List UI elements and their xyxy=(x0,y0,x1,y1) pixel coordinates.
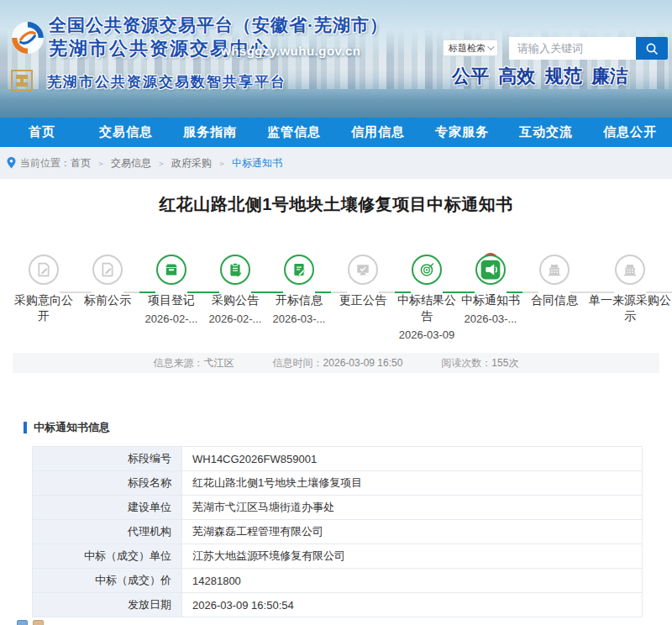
section-accent-bar xyxy=(24,422,27,433)
step-label: 中标通知书 xyxy=(459,292,522,308)
table-row: 中标（成交）价14281800 xyxy=(33,569,643,593)
step-label: 标前公示 xyxy=(76,292,139,308)
nav-item-4[interactable]: 监管信息 xyxy=(252,118,336,147)
step-label: 采购意向公开 xyxy=(12,292,76,324)
table-row: 代理机构芜湖森磊工程管理有限公司 xyxy=(33,520,643,544)
timeline-step-5[interactable]: 开标信息2026-03-... xyxy=(267,255,331,341)
step-label: 开标信息 xyxy=(267,292,331,308)
nav-item-8[interactable]: 信息公开 xyxy=(588,118,672,147)
nav-item-6[interactable]: 专家服务 xyxy=(420,118,504,147)
search-button[interactable] xyxy=(636,37,668,60)
timeline-step-2[interactable]: 标前公示 xyxy=(76,255,139,341)
step-label: 合同信息 xyxy=(522,292,586,308)
timeline-step-8[interactable]: 中标通知书2026-03-... xyxy=(459,255,522,341)
search-icon xyxy=(645,42,659,55)
seal-icon xyxy=(11,70,33,92)
timeline-step-3[interactable]: 项目登记2026-02-... xyxy=(139,255,203,341)
doc-edit-icon[interactable] xyxy=(92,255,123,285)
step-label: 单一来源采购公示 xyxy=(586,292,672,324)
nav-item-5[interactable]: 信用信息 xyxy=(336,118,420,147)
slogan-word: 高效 xyxy=(498,64,535,89)
row-value: 芜湖市弋江区马塘街道办事处 xyxy=(182,496,643,520)
search-input[interactable] xyxy=(509,37,636,60)
shared-platform-title: 芜湖市公共资源交易数智共享平台 xyxy=(47,72,286,92)
row-label: 代理机构 xyxy=(33,520,182,544)
breadcrumb-item-1[interactable]: 首页 xyxy=(71,157,91,169)
row-value: 2026-03-09 16:50:54 xyxy=(182,593,643,617)
step-date: 2026-03-09 xyxy=(395,328,459,341)
breadcrumb-prefix: 当前位置： xyxy=(20,156,71,171)
clipboard-pen-icon[interactable] xyxy=(220,255,250,285)
timeline-step-9[interactable]: 合同信息 xyxy=(522,255,586,341)
timeline-step-1[interactable]: 采购意向公开 xyxy=(12,255,76,341)
site-header-banner: 全国公共资源交易平台（安徽省·芜湖市） 芜湖市公共资源交易中心 whsggzy.… xyxy=(0,0,672,118)
process-timeline: 采购意向公开标前公示项目登记2026-02-...采购公告2026-02-...… xyxy=(0,231,672,341)
breadcrumb-item-3[interactable]: 政府采购 xyxy=(171,157,212,169)
doc-pen-icon[interactable] xyxy=(284,255,314,285)
attachment-tan-icon[interactable] xyxy=(33,620,44,625)
breadcrumb-separator: ＞ xyxy=(218,159,226,168)
timeline-step-10[interactable]: 单一来源采购公示 xyxy=(586,255,672,341)
row-label: 发放日期 xyxy=(33,593,182,617)
site-logo-icon xyxy=(10,20,45,55)
monitor-check-icon[interactable] xyxy=(348,255,378,285)
announce-icon[interactable] xyxy=(475,255,506,285)
breadcrumb: 当前位置： 首页＞交易信息＞政府采购＞中标通知书 xyxy=(0,147,672,179)
step-label: 中标结果公告 xyxy=(395,292,459,324)
building-icon[interactable] xyxy=(539,255,570,285)
nav-item-3[interactable]: 服务指南 xyxy=(168,118,252,147)
nav-item-7[interactable]: 互动交流 xyxy=(504,118,588,147)
table-row: 标段名称红花山路北侧1号地块土壤修复项目 xyxy=(33,471,643,496)
timeline-step-6[interactable]: 更正公告 xyxy=(331,255,395,341)
platform-title: 全国公共资源交易平台（安徽省·芜湖市） xyxy=(49,13,388,37)
slogan-word: 公平 xyxy=(452,64,489,89)
meta-bar: 信息来源：弋江区 信息时间：2026-03-09 16:50 阅读次数：155次 xyxy=(13,353,659,373)
step-date: 2026-03-... xyxy=(267,312,331,325)
row-label: 中标（成交）价 xyxy=(33,569,182,593)
target-icon[interactable] xyxy=(412,255,442,285)
breadcrumb-items: 首页＞交易信息＞政府采购＞中标通知书 xyxy=(71,156,282,171)
table-row: 中标（成交）单位江苏大地益源环境修复有限公司 xyxy=(33,544,643,569)
archive-box-icon[interactable] xyxy=(156,255,186,285)
content-card: 红花山路北侧1号地块土壤修复项目中标通知书 采购意向公开标前公示项目登记2026… xyxy=(0,179,672,625)
nav-item-1[interactable]: 首页 xyxy=(0,118,84,147)
slogan-word: 规范 xyxy=(545,64,582,89)
breadcrumb-item-4[interactable]: 中标通知书 xyxy=(232,157,282,169)
chevron-down-icon xyxy=(487,43,494,50)
footer-attachment-icons xyxy=(17,620,672,625)
row-label: 标段名称 xyxy=(33,471,182,496)
building-icon[interactable] xyxy=(615,255,645,285)
table-row: 发放日期2026-03-09 16:50:54 xyxy=(33,593,643,617)
meta-views: 阅读次数：155次 xyxy=(441,356,518,370)
notice-info-table: 标段编号WH14CG2026FW859001标段名称红花山路北侧1号地块土壤修复… xyxy=(32,446,643,617)
row-value: 芜湖森磊工程管理有限公司 xyxy=(182,520,643,544)
timeline-step-7[interactable]: 中标结果公告2026-03-09 xyxy=(395,255,459,341)
page-title: 红花山路北侧1号地块土壤修复项目中标通知书 xyxy=(0,193,672,216)
search-category-dropdown[interactable]: 标题检索 xyxy=(443,39,498,56)
step-date: 2026-03-... xyxy=(459,312,522,325)
section-header: 中标通知书信息 xyxy=(24,420,672,435)
row-value: 江苏大地益源环境修复有限公司 xyxy=(182,544,643,569)
table-row: 标段编号WH14CG2026FW859001 xyxy=(33,447,643,471)
row-value: WH14CG2026FW859001 xyxy=(182,447,643,471)
meta-source: 信息来源：弋江区 xyxy=(154,356,234,370)
site-domain: whsggzy.wuhu.gov.cn xyxy=(221,44,360,58)
step-label: 采购公告 xyxy=(203,292,267,308)
nav-item-2[interactable]: 交易信息 xyxy=(84,118,168,147)
breadcrumb-item-2[interactable]: 交易信息 xyxy=(111,157,151,169)
attachment-blue-icon[interactable] xyxy=(17,620,28,625)
step-date: 2026-02-... xyxy=(139,312,203,325)
row-label: 中标（成交）单位 xyxy=(33,544,182,569)
step-label: 项目登记 xyxy=(139,292,203,308)
breadcrumb-separator: ＞ xyxy=(97,159,105,168)
search-category-label: 标题检索 xyxy=(449,42,486,55)
doc-edit-icon[interactable] xyxy=(29,255,59,285)
row-label: 建设单位 xyxy=(33,496,182,520)
row-value: 14281800 xyxy=(182,569,643,593)
timeline-step-4[interactable]: 采购公告2026-02-... xyxy=(203,255,267,341)
step-label: 更正公告 xyxy=(331,292,395,308)
slogan-word: 廉洁 xyxy=(591,64,628,89)
row-label: 标段编号 xyxy=(33,447,182,471)
row-value: 红花山路北侧1号地块土壤修复项目 xyxy=(182,471,643,496)
breadcrumb-separator: ＞ xyxy=(157,159,165,168)
